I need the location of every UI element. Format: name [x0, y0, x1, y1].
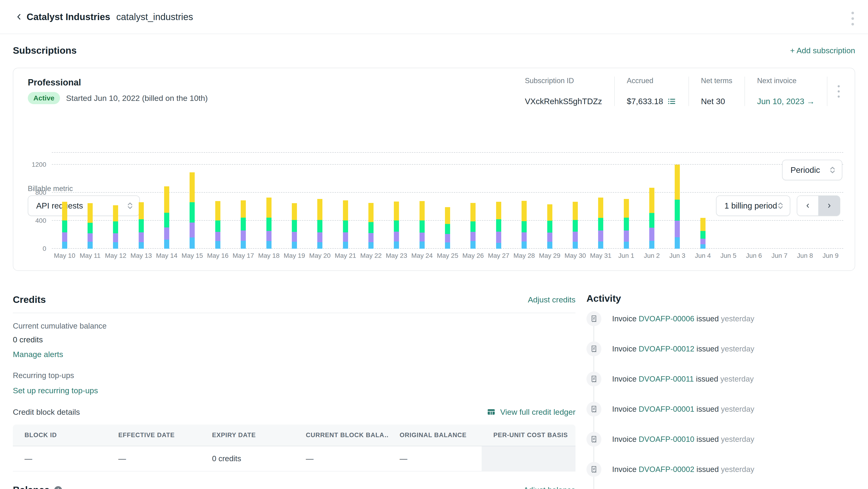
stacked-bar[interactable]	[292, 203, 297, 249]
accrued-value: $7,633.18	[627, 97, 676, 106]
x-axis-tick: May 31	[588, 252, 614, 259]
setup-recurring-topups-link[interactable]: Set up recurring top-ups	[13, 386, 98, 395]
stacked-bar[interactable]	[113, 205, 118, 249]
stacked-bar[interactable]	[573, 202, 578, 249]
adjust-balance-button[interactable]: Adjust balance	[523, 486, 576, 489]
table-cell: —	[13, 446, 107, 471]
stacked-bar[interactable]	[547, 204, 552, 249]
stacked-bar[interactable]	[445, 207, 450, 249]
segment-blue	[292, 242, 297, 249]
stacked-bar[interactable]	[164, 186, 169, 249]
segment-green	[164, 213, 169, 227]
invoice-link[interactable]: DVOAFP-00010	[639, 435, 694, 444]
accrued-list-icon[interactable]	[667, 97, 676, 106]
segment-blue	[547, 242, 552, 249]
chart-slot-may-31	[588, 152, 614, 249]
stacked-bar[interactable]	[675, 165, 680, 249]
y-axis-tick: 0	[42, 245, 46, 252]
stacked-bar[interactable]	[420, 201, 425, 249]
subscription-kebab-menu[interactable]	[838, 85, 840, 98]
segment-blue	[88, 242, 93, 249]
x-axis-tick: May 21	[333, 252, 358, 259]
chart-slot-jun-5	[716, 152, 741, 249]
credit-block-details-label: Credit block details	[13, 407, 80, 417]
chart-slot-may-29	[537, 152, 562, 249]
x-axis-tick: May 10	[52, 252, 77, 259]
segment-blue	[62, 242, 67, 249]
x-axis-tick: May 12	[103, 252, 128, 259]
segment-yellow	[420, 201, 425, 220]
stacked-bar[interactable]	[215, 201, 220, 249]
status-badge: Active	[28, 92, 60, 104]
activity-item: Invoice DVOAFP-00006 issued yesterday	[586, 311, 855, 326]
stacked-bar[interactable]	[624, 199, 629, 249]
invoice-link[interactable]: DVOAFP-00006	[639, 314, 694, 323]
segment-purple	[88, 233, 93, 242]
chart-slot-may-16	[205, 152, 230, 249]
chart-slot-jun-1	[614, 152, 639, 249]
segment-blue	[241, 241, 246, 249]
segment-green	[624, 218, 629, 231]
activity-item: Invoice DVOAFP-00012 issued yesterday	[586, 341, 855, 356]
segment-blue	[317, 242, 322, 249]
segment-yellow	[394, 202, 399, 220]
header-kebab-menu[interactable]	[851, 12, 854, 26]
started-text: Started Jun 10, 2022 (billed on the 10th…	[66, 94, 208, 103]
activity-text: Invoice DVOAFP-00001 issued yesterday	[612, 405, 754, 414]
cumulative-balance-label: Current cumulative balance	[13, 322, 576, 330]
segment-purple	[573, 232, 578, 242]
segment-purple	[420, 233, 425, 241]
next-invoice-link[interactable]: Jun 10, 2023 →	[757, 97, 815, 106]
stacked-bar[interactable]	[241, 201, 246, 249]
activity-text: Invoice DVOAFP-00006 issued yesterday	[612, 314, 754, 323]
segment-yellow	[190, 172, 195, 202]
info-icon[interactable]: i	[54, 486, 62, 489]
add-subscription-button[interactable]: + Add subscription	[790, 46, 855, 55]
stacked-bar[interactable]	[88, 203, 93, 249]
stacked-bar[interactable]	[394, 202, 399, 249]
plan-name: Professional	[28, 78, 81, 88]
stacked-bar[interactable]	[598, 197, 603, 249]
x-axis-tick: May 29	[537, 252, 562, 259]
stacked-bar[interactable]	[496, 202, 501, 249]
segment-green	[420, 220, 425, 233]
stacked-bar[interactable]	[522, 201, 527, 249]
segment-green	[62, 220, 67, 232]
invoice-link[interactable]: DVOAFP-00011	[639, 374, 694, 383]
stacked-bar[interactable]	[62, 202, 67, 249]
table-cell: —	[107, 446, 200, 471]
stacked-bar[interactable]	[267, 197, 272, 249]
segment-yellow	[267, 197, 272, 218]
manage-alerts-link[interactable]: Manage alerts	[13, 350, 63, 359]
stacked-bar[interactable]	[470, 203, 475, 249]
segment-blue	[470, 241, 475, 249]
view-credit-ledger-link[interactable]: View full credit ledger	[487, 407, 576, 417]
stacked-bar[interactable]	[649, 188, 654, 249]
invoice-link[interactable]: DVOAFP-00012	[639, 344, 694, 353]
x-axis-tick: May 13	[128, 252, 154, 259]
stacked-bar[interactable]	[343, 201, 348, 249]
chevron-up-down-icon	[829, 166, 836, 174]
stacked-bar[interactable]	[368, 203, 374, 249]
chart-slot-may-26	[460, 152, 486, 249]
adjust-credits-button[interactable]: Adjust credits	[528, 295, 576, 304]
x-axis-tick: Jun 2	[639, 252, 664, 259]
chart-slot-jun-3	[665, 152, 690, 249]
segment-yellow	[113, 205, 118, 221]
activity-item: Invoice DVOAFP-00010 issued yesterday	[586, 432, 855, 447]
stacked-bar[interactable]	[317, 199, 322, 249]
chart-slot-may-23	[384, 152, 409, 249]
stacked-bar[interactable]	[139, 202, 144, 249]
stacked-bar[interactable]	[190, 172, 195, 249]
invoice-link[interactable]: DVOAFP-00001	[639, 405, 694, 413]
stacked-bar[interactable]	[701, 218, 706, 249]
segment-blue	[343, 242, 348, 249]
x-axis-tick: May 27	[486, 252, 511, 259]
segment-green	[292, 220, 297, 232]
activity-item: Invoice DVOAFP-00011 issued yesterday	[586, 371, 855, 387]
chart-view-select[interactable]: Periodic	[782, 160, 842, 180]
segment-blue	[573, 242, 578, 249]
back-button[interactable]	[13, 11, 25, 23]
chart-slot-jun-2	[639, 152, 664, 249]
invoice-link[interactable]: DVOAFP-00002	[639, 465, 694, 473]
